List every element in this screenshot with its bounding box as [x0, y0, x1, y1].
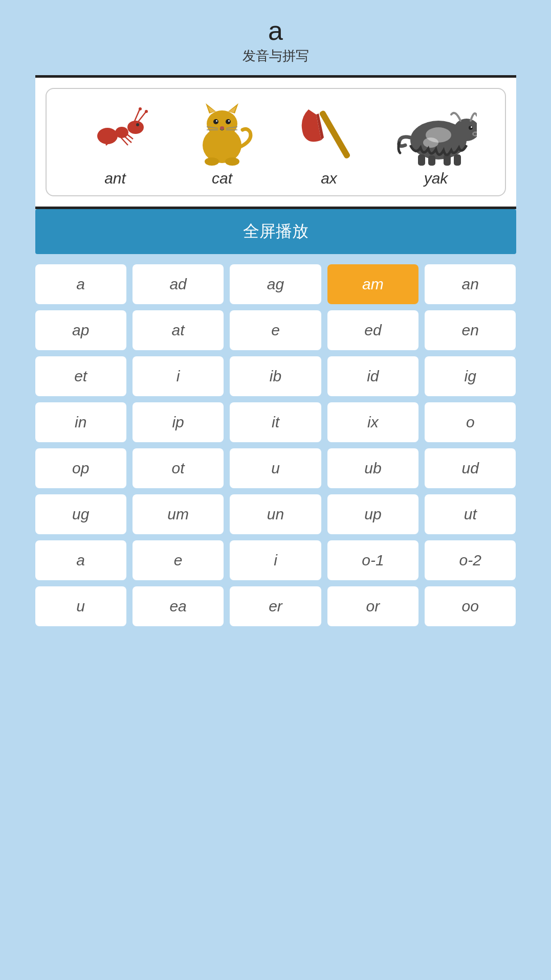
grid-btn-i[interactable]: i [230, 540, 321, 580]
grid-btn-an[interactable]: an [425, 264, 516, 304]
image-card: ant [46, 88, 506, 196]
page-title: a [268, 15, 283, 46]
svg-line-3 [138, 112, 146, 122]
word-label-yak: yak [424, 170, 448, 187]
grid-btn-oo[interactable]: oo [425, 586, 516, 626]
word-label-ax: ax [321, 170, 337, 187]
svg-point-0 [127, 121, 144, 134]
svg-point-40 [423, 138, 438, 148]
svg-point-34 [469, 126, 473, 130]
grid-btn-ag[interactable]: ag [230, 264, 321, 304]
grid-btn-up[interactable]: up [327, 494, 418, 534]
grid-btn-er[interactable]: er [230, 586, 321, 626]
svg-point-4 [145, 110, 148, 113]
grid-btn-ap[interactable]: ap [35, 310, 126, 350]
svg-point-21 [226, 119, 231, 124]
svg-point-22 [216, 120, 217, 122]
word-label-ant: ant [104, 170, 126, 187]
grid-btn-ub[interactable]: ub [327, 448, 418, 488]
ax-image [288, 99, 370, 166]
word-item-ax: ax [288, 99, 370, 187]
grid-btn-ig[interactable]: ig [425, 356, 516, 396]
fullscreen-button[interactable]: 全屏播放 [35, 209, 516, 254]
grid-btn-it[interactable]: it [230, 402, 321, 442]
svg-point-15 [207, 110, 237, 137]
svg-rect-42 [428, 155, 435, 166]
grid-btn-ib[interactable]: ib [230, 356, 321, 396]
word-item-ant: ant [74, 99, 156, 187]
grid-btn-or[interactable]: or [327, 586, 418, 626]
svg-point-2 [97, 128, 118, 144]
grid-btn-i[interactable]: i [133, 356, 224, 396]
grid-btn-a[interactable]: a [35, 540, 126, 580]
svg-line-5 [135, 109, 140, 121]
ant-image [74, 99, 156, 166]
word-label-cat: cat [212, 170, 232, 187]
grid-btn-ad[interactable]: ad [133, 264, 224, 304]
grid-btn-op[interactable]: op [35, 448, 126, 488]
grid-btn-ut[interactable]: ut [425, 494, 516, 534]
image-card-container: ant [35, 75, 516, 209]
grid-btn-um[interactable]: um [133, 494, 224, 534]
grid-btn-et[interactable]: et [35, 356, 126, 396]
grid-btn-o_2[interactable]: o-2 [425, 540, 516, 580]
svg-point-37 [474, 133, 476, 135]
grid-btn-ea[interactable]: ea [133, 586, 224, 626]
grid-btn-u[interactable]: u [230, 448, 321, 488]
grid-btn-am[interactable]: am [327, 264, 418, 304]
word-item-cat: cat [181, 99, 263, 187]
svg-point-13 [136, 123, 139, 126]
grid-btn-ix[interactable]: ix [327, 402, 418, 442]
grid-btn-a[interactable]: a [35, 264, 126, 304]
cat-image [181, 99, 263, 166]
grid-btn-at[interactable]: at [133, 310, 224, 350]
svg-point-24 [220, 126, 224, 129]
grid-btn-ud[interactable]: ud [425, 448, 516, 488]
grid-btn-e[interactable]: e [133, 540, 224, 580]
svg-point-35 [471, 126, 472, 128]
grid-btn-e[interactable]: e [230, 310, 321, 350]
phonics-grid: aadagamanapateedenetiibidiginipitixoopot… [35, 264, 516, 636]
grid-btn-id[interactable]: id [327, 356, 418, 396]
svg-point-20 [213, 119, 218, 124]
svg-point-6 [139, 107, 142, 110]
grid-btn-ug[interactable]: ug [35, 494, 126, 534]
grid-btn-ip[interactable]: ip [133, 402, 224, 442]
svg-rect-31 [319, 110, 351, 159]
grid-btn-in[interactable]: in [35, 402, 126, 442]
svg-rect-41 [418, 154, 425, 166]
svg-rect-44 [454, 154, 461, 166]
yak-image [395, 99, 477, 166]
grid-btn-o_1[interactable]: o-1 [327, 540, 418, 580]
grid-btn-u[interactable]: u [35, 586, 126, 626]
svg-point-30 [225, 157, 239, 166]
page-subtitle: 发音与拼写 [243, 47, 309, 65]
grid-btn-en[interactable]: en [425, 310, 516, 350]
grid-btn-ot[interactable]: ot [133, 448, 224, 488]
grid-btn-un[interactable]: un [230, 494, 321, 534]
svg-point-23 [228, 120, 230, 122]
svg-point-29 [205, 157, 219, 166]
grid-btn-ed[interactable]: ed [327, 310, 418, 350]
word-item-yak: yak [395, 99, 477, 187]
grid-btn-o[interactable]: o [425, 402, 516, 442]
